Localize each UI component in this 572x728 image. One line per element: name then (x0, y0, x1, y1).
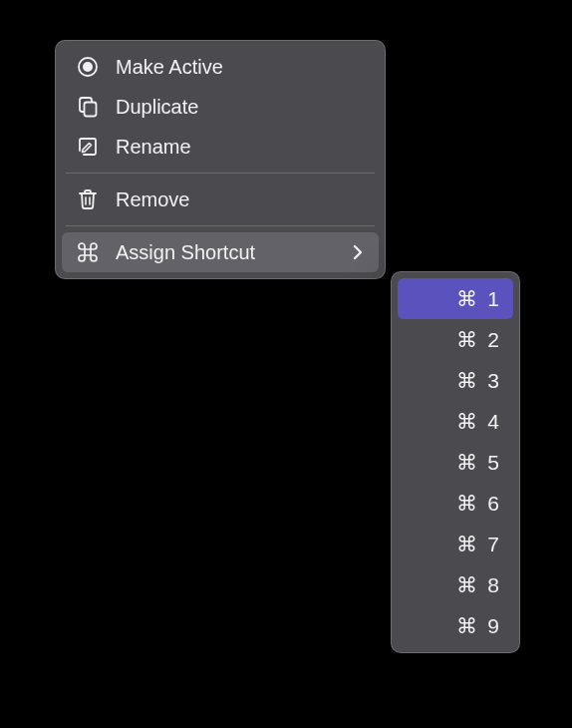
menu-item-remove[interactable]: Remove (62, 180, 379, 219)
svg-rect-3 (85, 103, 97, 117)
menu-item-rename[interactable]: Rename (62, 127, 379, 167)
shortcut-number: 1 (487, 287, 499, 311)
command-symbol: ⌘ (456, 410, 477, 434)
shortcut-option-4[interactable]: ⌘ 4 (398, 401, 513, 442)
assign-shortcut-submenu: ⌘ 1 ⌘ 2 ⌘ 3 ⌘ 4 ⌘ 5 ⌘ 6 ⌘ 7 ⌘ 8 ⌘ 9 (391, 271, 520, 653)
command-symbol: ⌘ (456, 287, 477, 311)
trash-icon (74, 185, 102, 213)
shortcut-number: 4 (487, 410, 499, 434)
menu-item-duplicate[interactable]: Duplicate (62, 87, 379, 127)
shortcut-number: 3 (487, 369, 499, 393)
shortcut-number: 6 (487, 492, 499, 516)
shortcut-option-5[interactable]: ⌘ 5 (398, 442, 513, 483)
shortcut-number: 5 (487, 451, 499, 475)
menu-item-assign-shortcut[interactable]: Assign Shortcut (62, 232, 379, 272)
command-symbol: ⌘ (456, 533, 477, 556)
menu-item-label: Assign Shortcut (116, 241, 349, 264)
shortcut-number: 9 (487, 614, 499, 638)
command-symbol: ⌘ (456, 573, 477, 597)
command-symbol: ⌘ (456, 614, 477, 638)
menu-divider (66, 173, 375, 174)
command-symbol: ⌘ (456, 328, 477, 352)
shortcut-number: 8 (487, 573, 499, 597)
shortcut-option-6[interactable]: ⌘ 6 (398, 483, 513, 524)
shortcut-number: 7 (487, 533, 499, 556)
shortcut-option-9[interactable]: ⌘ 9 (398, 605, 513, 646)
shortcut-option-2[interactable]: ⌘ 2 (398, 319, 513, 360)
menu-item-label: Remove (116, 188, 367, 211)
shortcut-option-8[interactable]: ⌘ 8 (398, 564, 513, 605)
command-symbol: ⌘ (456, 451, 477, 475)
menu-item-label: Rename (116, 136, 367, 159)
context-menu: Make Active Duplicate Rename (55, 40, 386, 279)
duplicate-icon (74, 93, 102, 121)
command-symbol: ⌘ (456, 369, 477, 393)
command-symbol: ⌘ (456, 492, 477, 516)
command-icon (74, 238, 102, 266)
shortcut-option-3[interactable]: ⌘ 3 (398, 360, 513, 401)
shortcut-option-1[interactable]: ⌘ 1 (398, 278, 513, 319)
circle-dot-icon (74, 53, 102, 81)
menu-divider (66, 225, 375, 226)
shortcut-number: 2 (487, 328, 499, 352)
chevron-right-icon (349, 243, 367, 261)
menu-item-label: Duplicate (116, 96, 367, 119)
menu-item-make-active[interactable]: Make Active (62, 47, 379, 87)
svg-point-1 (83, 62, 93, 72)
edit-icon (74, 133, 102, 161)
menu-item-label: Make Active (116, 56, 367, 79)
shortcut-option-7[interactable]: ⌘ 7 (398, 524, 513, 564)
